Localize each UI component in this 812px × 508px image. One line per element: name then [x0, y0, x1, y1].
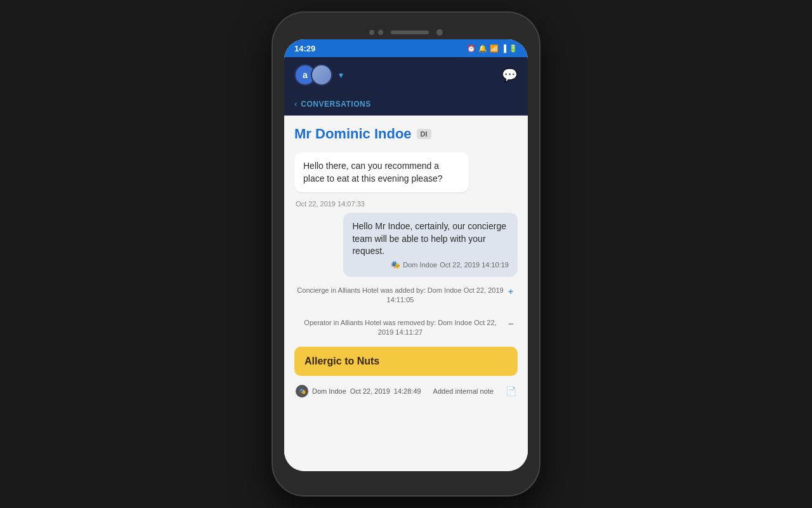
- phone-notch: [284, 24, 528, 39]
- guest-message-timestamp: Oct 22, 2019 14:07:33: [296, 200, 365, 208]
- note-meta-row: 🎭 Dom Indoe Oct 22, 2019 14:28:49 Added …: [294, 381, 518, 399]
- wifi-icon: 📶: [490, 44, 499, 53]
- system-event-removed: Operator in Alliants Hotel was removed b…: [294, 314, 518, 342]
- avatar-letter: a: [303, 70, 308, 80]
- agent-message-bubble: Hello Mr Indoe, certainly, our concierge…: [343, 213, 518, 277]
- note-agent-avatar: 🎭: [296, 385, 308, 398]
- avatar-stack: a: [294, 64, 332, 86]
- note-date: Oct 22, 2019: [350, 387, 390, 395]
- phone-camera: [436, 29, 443, 36]
- new-chat-icon[interactable]: 💬: [502, 67, 518, 83]
- guest-message-text: Hello there, can you recommend a place t…: [303, 161, 443, 184]
- guest-initials: DI: [417, 129, 431, 139]
- phone-device: 14:29 ⏰ 🔔 📶 ▐ 🔋 a ▾: [273, 13, 539, 495]
- plus-icon: +: [505, 286, 516, 297]
- status-time: 14:29: [294, 44, 315, 53]
- note-agent-avatar-icon: 🎭: [299, 388, 306, 394]
- status-bar: 14:29 ⏰ 🔔 📶 ▐ 🔋: [284, 39, 528, 57]
- internal-note-text: Allergic to Nuts: [304, 356, 379, 366]
- system-event-added: Concierge in Alliants Hotel was added by…: [294, 282, 518, 309]
- note-meta-left: 🎭 Dom Indoe Oct 22, 2019 14:28:49: [296, 385, 421, 398]
- phone-screen: 14:29 ⏰ 🔔 📶 ▐ 🔋 a ▾: [284, 39, 528, 471]
- mute-icon: 🔔: [478, 44, 487, 53]
- chevron-down-icon[interactable]: ▾: [339, 70, 343, 80]
- guest-name: Mr Dominic Indoe: [294, 126, 412, 142]
- avatar-img: [312, 65, 331, 84]
- note-action-label: Added internal note: [433, 387, 494, 395]
- avatar-secondary[interactable]: [311, 64, 332, 86]
- system-event-added-text: Concierge in Alliants Hotel was added by…: [296, 286, 505, 305]
- system-event-removed-text: Operator in Alliants Hotel was removed b…: [296, 318, 505, 338]
- header-left: a ▾: [294, 64, 343, 86]
- note-time: 14:28:49: [394, 387, 421, 395]
- alarm-icon: ⏰: [467, 44, 476, 53]
- note-doc-icon: 📄: [506, 386, 516, 396]
- agent-message-text: Hello Mr Indoe, certainly, our concierge…: [352, 221, 506, 256]
- agent-message-meta: 🎭 Dom Indoe Oct 22, 2019 14:10:19: [352, 260, 509, 269]
- minus-icon: −: [505, 318, 516, 330]
- phone-speaker: [391, 30, 429, 34]
- agent-name: Dom Indoe: [403, 261, 437, 269]
- note-agent-name: Dom Indoe: [312, 387, 346, 395]
- guest-name-row: Mr Dominic Indoe DI: [294, 126, 518, 142]
- app-header: a ▾ 💬: [284, 57, 528, 93]
- breadcrumb-label: CONVERSATIONS: [301, 100, 370, 109]
- dot-1: [369, 30, 374, 35]
- status-icons: ⏰ 🔔 📶 ▐ 🔋: [467, 44, 518, 53]
- phone-dots: [369, 30, 383, 35]
- back-arrow-icon: ‹: [294, 99, 297, 109]
- signal-icon: ▐: [501, 44, 506, 52]
- internal-note-bubble: Allergic to Nuts: [294, 347, 518, 376]
- dot-2: [378, 30, 383, 35]
- guest-message-bubble: Hello there, can you recommend a place t…: [294, 152, 469, 192]
- chat-area: Mr Dominic Indoe DI Hello there, can you…: [284, 116, 528, 471]
- nav-breadcrumb[interactable]: ‹ CONVERSATIONS: [284, 93, 528, 116]
- agent-avatar-icon: 🎭: [391, 260, 400, 269]
- battery-icon: 🔋: [509, 44, 518, 53]
- agent-message-timestamp: Oct 22, 2019 14:10:19: [440, 261, 509, 269]
